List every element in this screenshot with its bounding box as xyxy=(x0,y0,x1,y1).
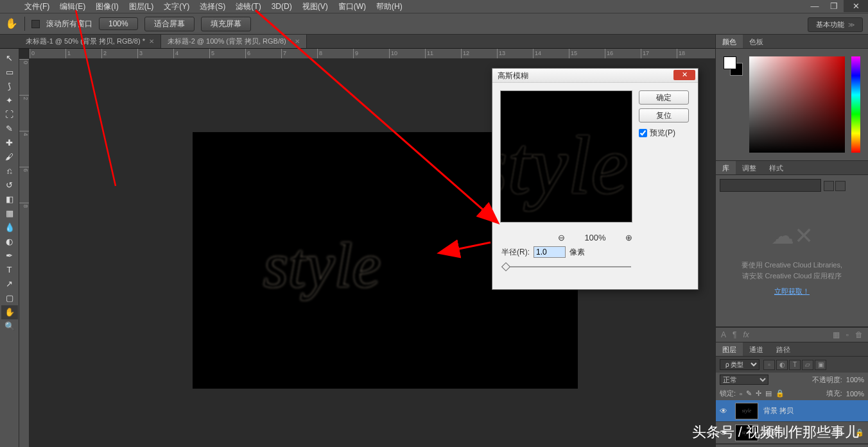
styles-tab[interactable]: 样式 xyxy=(763,161,790,174)
preview-checkbox[interactable] xyxy=(639,129,647,137)
radius-slider[interactable] xyxy=(501,263,689,267)
layer-row-copy[interactable]: 👁 style 背景 拷贝 xyxy=(716,400,868,422)
fg-bg-colors[interactable] xyxy=(724,56,743,76)
gaussian-blur-dialog: 高斯模糊 ✕ style 确定 复位 预览(P) ⊖ 100% ⊕ 半径(R):… xyxy=(492,68,699,290)
ok-button[interactable]: 确定 xyxy=(639,90,689,105)
swatches-tab[interactable]: 色板 xyxy=(743,35,770,48)
dialog-title-bar[interactable]: 高斯模糊 ✕ xyxy=(492,69,698,83)
menu-text[interactable]: 文字(Y) xyxy=(159,1,195,12)
doc-tab-1[interactable]: 未标题-1 @ 50% (背景 拷贝, RGB/8) *✕ xyxy=(19,35,161,48)
layer-filter-type[interactable]: ρ 类型 xyxy=(720,359,759,370)
opacity-label: 不透明度: xyxy=(812,375,842,385)
layers-tab[interactable]: 图层 xyxy=(716,342,743,356)
dodge-tool[interactable]: ◐ xyxy=(1,235,18,249)
doc-tab-2[interactable]: 未标题-2 @ 100% (背景 拷贝, RGB/8) *✕ xyxy=(161,35,307,48)
hue-slider[interactable] xyxy=(851,56,860,153)
path-tool[interactable]: ↗ xyxy=(1,277,18,291)
eyedropper-tool[interactable]: ✎ xyxy=(1,122,18,136)
menu-view[interactable]: 视图(V) xyxy=(297,1,333,12)
get-now-link[interactable]: 立即获取！ xyxy=(774,286,810,298)
reset-button[interactable]: 复位 xyxy=(639,108,689,122)
minimize-button[interactable]: — xyxy=(805,0,824,12)
blur-tool[interactable]: 💧 xyxy=(1,221,18,235)
fill-screen-button[interactable]: 填充屏幕 xyxy=(201,17,251,31)
library-dropdown[interactable] xyxy=(720,179,821,192)
type-tool[interactable]: T xyxy=(1,263,18,277)
adjustments-tab[interactable]: 调整 xyxy=(736,161,763,174)
lock-artboard-icon[interactable]: ▤ xyxy=(765,389,772,398)
fx-icon[interactable]: fx xyxy=(743,330,749,339)
filter-shape-icon[interactable]: ▱ xyxy=(802,360,813,370)
workspace-switcher[interactable]: 基本功能 xyxy=(808,17,863,32)
shape-tool[interactable]: ▢ xyxy=(1,291,18,305)
gradient-tool[interactable]: ▦ xyxy=(1,207,18,221)
libraries-tab[interactable]: 库 xyxy=(716,161,736,174)
character-panel-toolbar: A ¶ fx ▦ ▫ 🗑 xyxy=(716,328,868,342)
radius-input[interactable] xyxy=(534,246,566,258)
history-brush-tool[interactable]: ↺ xyxy=(1,178,18,192)
new-icon[interactable]: ▫ xyxy=(846,330,849,339)
menu-3d[interactable]: 3D(D) xyxy=(266,2,297,11)
filter-type-icon[interactable]: T xyxy=(789,360,801,370)
lock-position-icon[interactable]: ✢ xyxy=(756,389,761,398)
marquee-tool[interactable]: ▭ xyxy=(1,65,18,80)
list-view-icon[interactable] xyxy=(835,181,846,191)
zoom-level: 100% xyxy=(584,233,605,242)
hand-tool[interactable]: ✋ xyxy=(1,305,18,319)
stamp-tool[interactable]: ⎌ xyxy=(1,164,18,178)
paragraph-icon[interactable]: ¶ xyxy=(733,330,736,339)
grid-view-icon[interactable] xyxy=(824,181,834,191)
hand-tool-icon: ✋ xyxy=(5,17,18,30)
char-a-icon[interactable]: A xyxy=(721,330,726,339)
filter-smart-icon[interactable]: ▣ xyxy=(815,360,826,370)
dialog-close-button[interactable]: ✕ xyxy=(673,70,695,80)
close-icon[interactable]: ✕ xyxy=(295,35,300,48)
zoom-level-button[interactable]: 100% xyxy=(99,17,138,30)
zoom-out-icon[interactable]: ⊖ xyxy=(558,233,565,242)
maximize-button[interactable]: ❐ xyxy=(824,0,844,12)
close-icon[interactable]: ✕ xyxy=(149,35,154,48)
trash-icon[interactable]: 🗑 xyxy=(855,330,863,339)
lock-all-icon[interactable]: 🔒 xyxy=(776,389,785,398)
library-message-1: 要使用 Creative Cloud Libraries, xyxy=(730,260,854,271)
opacity-value[interactable]: 100% xyxy=(846,376,864,384)
magic-wand-tool[interactable]: ✦ xyxy=(1,94,18,108)
menu-filter[interactable]: 滤镜(T) xyxy=(230,1,266,12)
menu-layer[interactable]: 图层(L) xyxy=(124,1,159,12)
color-field[interactable] xyxy=(749,56,845,153)
grid-icon[interactable]: ▦ xyxy=(833,330,840,339)
menu-window[interactable]: 窗口(W) xyxy=(333,1,371,12)
color-tab[interactable]: 颜色 xyxy=(716,35,743,48)
lock-paint-icon[interactable]: ✎ xyxy=(746,389,752,398)
lasso-tool[interactable]: ⟆ xyxy=(1,80,18,94)
filter-adjust-icon[interactable]: ◐ xyxy=(776,360,788,370)
blend-mode-select[interactable]: 正常 xyxy=(720,375,768,385)
menu-file[interactable]: 文件(F) xyxy=(19,1,55,12)
blur-preview[interactable]: style xyxy=(500,90,632,223)
layer-name[interactable]: 背景 拷贝 xyxy=(763,406,864,416)
menu-select[interactable]: 选择(S) xyxy=(195,1,230,12)
zoom-in-icon[interactable]: ⊕ xyxy=(625,233,632,242)
radius-label: 半径(R): xyxy=(501,247,530,258)
visibility-icon[interactable]: 👁 xyxy=(720,407,730,416)
menu-help[interactable]: 帮助(H) xyxy=(371,1,408,12)
healing-tool[interactable]: ✚ xyxy=(1,136,18,150)
library-message-2: 请安装 Creative Cloud 应用程序 xyxy=(730,271,854,282)
pen-tool[interactable]: ✒ xyxy=(1,249,18,263)
move-tool[interactable]: ↖ xyxy=(1,51,18,65)
menu-image[interactable]: 图像(I) xyxy=(91,1,123,12)
preview-text: style xyxy=(500,117,628,213)
paths-tab[interactable]: 路径 xyxy=(770,342,797,356)
zoom-tool[interactable]: 🔍 xyxy=(1,319,18,333)
eraser-tool[interactable]: ◧ xyxy=(1,192,18,207)
scroll-all-checkbox[interactable] xyxy=(31,20,40,28)
close-button[interactable]: ✕ xyxy=(844,0,868,12)
fill-value[interactable]: 100% xyxy=(846,390,864,398)
lock-pixels-icon[interactable]: ▫ xyxy=(740,390,742,398)
fit-screen-button[interactable]: 适合屏幕 xyxy=(144,17,195,31)
menu-edit[interactable]: 编辑(E) xyxy=(55,1,91,12)
channels-tab[interactable]: 通道 xyxy=(743,342,770,356)
filter-pixel-icon[interactable]: ▫ xyxy=(763,360,775,370)
brush-tool[interactable]: 🖌 xyxy=(1,150,18,164)
crop-tool[interactable]: ⛶ xyxy=(1,108,18,122)
